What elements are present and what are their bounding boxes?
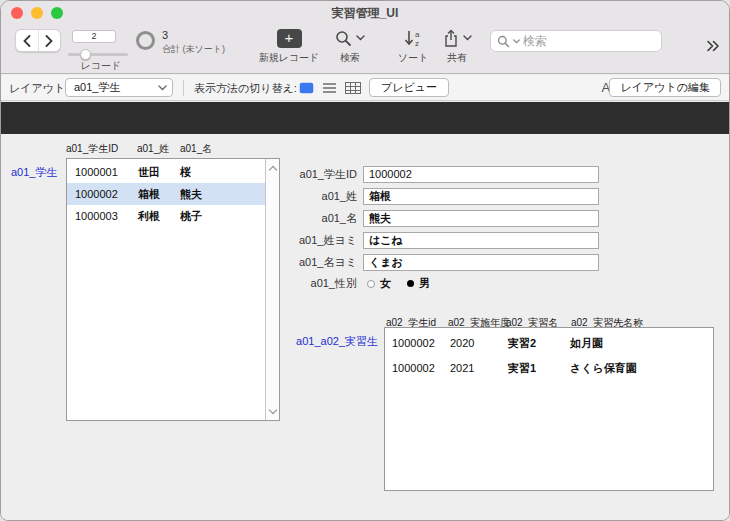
scroll-down-icon[interactable] — [266, 404, 279, 418]
record-slider-track — [68, 53, 128, 56]
window-title: 実習管理_UI — [1, 1, 729, 26]
magnifier-icon — [335, 30, 352, 47]
quick-search-input[interactable] — [523, 34, 655, 48]
layout-selector-value: a01_学生 — [74, 81, 120, 93]
find-button[interactable]: 検索 — [328, 28, 372, 65]
minimize-button[interactable] — [31, 7, 43, 19]
field-label: a01_性別 — [253, 275, 357, 292]
field-first-name-yomi[interactable]: くまお — [363, 254, 599, 271]
radio-female-label: 女 — [380, 276, 391, 291]
chevron-down-icon[interactable] — [356, 35, 365, 41]
found-label: 合計 (未ソート) — [162, 43, 225, 56]
chevron-down-icon[interactable] — [513, 39, 520, 44]
chevron-left-icon — [23, 35, 31, 47]
sort-button[interactable]: az ソート — [393, 28, 433, 65]
close-button[interactable] — [11, 7, 23, 19]
new-record-label: 新規レコード — [257, 51, 321, 65]
radio-selected-icon — [407, 280, 414, 287]
form-view-button[interactable] — [299, 82, 314, 94]
sort-label: ソート — [393, 51, 433, 65]
radio-male[interactable]: 男 — [407, 276, 430, 291]
share-label: 共有 — [436, 51, 478, 65]
training-student-id-cell: 1000002 — [392, 356, 435, 381]
toolbar-overflow-button[interactable] — [706, 38, 720, 56]
field-student-id[interactable]: 1000002 — [363, 166, 599, 183]
find-label: 検索 — [328, 51, 372, 65]
training-portal-rows: 1000002 2020 実習2 如月園 1000002 2021 実習1 さく… — [385, 331, 713, 381]
plus-icon: + — [277, 29, 302, 48]
status-toolbar: 2 3 合計 (未ソート) レコード + 新規レコード 検索 az — [1, 25, 729, 74]
previous-record-button[interactable] — [16, 30, 39, 51]
chevron-down-icon — [158, 85, 167, 91]
list-view-icon — [322, 82, 337, 94]
training-portal-label: a01_a02_実習生 — [286, 334, 378, 349]
training-site-cell: さくら保育園 — [570, 356, 637, 381]
column-header: a01_姓 — [137, 142, 169, 156]
field-value: くまお — [369, 256, 403, 268]
detail-row: a01_姓 箱根 — [1, 188, 729, 205]
new-record-button[interactable]: + 新規レコード — [257, 28, 321, 65]
found-set-pie-icon[interactable] — [136, 31, 155, 50]
training-year-cell: 2021 — [450, 356, 474, 381]
form-view-icon — [299, 82, 314, 94]
view-switch-group — [299, 75, 361, 101]
layout-header-band — [1, 102, 729, 134]
filemaker-window: 実習管理_UI 2 3 合計 (未ソート) レコード + 新規レコード — [0, 0, 730, 521]
share-icon — [443, 29, 459, 48]
field-label: a01_名 — [253, 210, 357, 227]
layout-body: a01_学生ID a01_姓 a01_名 a01_学生 1000001 世田 桜… — [1, 134, 729, 520]
training-portal: 1000002 2020 実習2 如月園 1000002 2021 実習1 さく… — [384, 327, 714, 491]
next-record-button[interactable] — [39, 30, 61, 51]
radio-female[interactable]: 女 — [367, 276, 391, 291]
field-label: a01_名ヨミ — [253, 254, 357, 271]
radio-unselected-icon — [367, 280, 375, 288]
column-header: a01_学生ID — [66, 142, 118, 156]
records-label: レコード — [41, 59, 161, 73]
detail-row: a01_名 熊夫 — [1, 210, 729, 227]
svg-text:a: a — [415, 30, 420, 39]
divider — [183, 80, 184, 96]
field-value: 1000002 — [369, 168, 412, 180]
training-name-cell: 実習2 — [508, 331, 536, 356]
field-last-name-yomi[interactable]: はこね — [363, 232, 599, 249]
record-slider-group: 2 — [68, 30, 128, 60]
training-student-id-cell: 1000002 — [392, 331, 435, 356]
field-value: 熊夫 — [369, 212, 391, 224]
fullscreen-button[interactable] — [51, 7, 63, 19]
chevron-right-icon — [45, 35, 53, 47]
field-first-name[interactable]: 熊夫 — [363, 210, 599, 227]
radio-male-label: 男 — [419, 276, 430, 291]
field-value: はこね — [369, 234, 403, 246]
gender-row: a01_性別 女 男 — [1, 275, 729, 292]
detail-row: a01_学生ID 1000002 — [1, 166, 729, 183]
svg-text:z: z — [415, 39, 419, 48]
table-view-button[interactable] — [345, 82, 361, 94]
field-label: a01_姓ヨミ — [253, 232, 357, 249]
gender-radio-group: 女 男 — [367, 275, 430, 292]
field-value: 箱根 — [369, 190, 391, 202]
training-year-cell: 2020 — [450, 331, 474, 356]
sort-icon: az — [402, 28, 424, 48]
double-chevron-right-icon — [706, 40, 720, 52]
field-label: a01_学生ID — [253, 166, 357, 183]
share-button[interactable]: 共有 — [436, 28, 478, 65]
training-row[interactable]: 1000002 2020 実習2 如月園 — [385, 331, 713, 356]
quick-search-field[interactable] — [490, 30, 662, 52]
edit-layout-button[interactable]: レイアウトの編集 — [609, 78, 721, 97]
preview-button[interactable]: プレビュー — [369, 78, 449, 97]
list-view-button[interactable] — [322, 82, 337, 94]
magnifier-icon — [497, 35, 510, 48]
training-site-cell: 如月園 — [570, 331, 603, 356]
titlebar: 実習管理_UI — [1, 1, 729, 25]
layout-selector[interactable]: a01_学生 — [65, 78, 173, 97]
layout-label: レイアウト: — [9, 75, 68, 101]
found-set-info: 3 合計 (未ソート) — [162, 29, 225, 56]
current-record-field[interactable]: 2 — [72, 30, 116, 43]
training-row[interactable]: 1000002 2021 実習1 さくら保育園 — [385, 356, 713, 381]
chevron-down-icon[interactable] — [463, 35, 472, 41]
column-header: a01_名 — [180, 142, 212, 156]
table-view-icon — [345, 82, 361, 94]
detail-row: a01_名ヨミ くまお — [1, 254, 729, 271]
field-last-name[interactable]: 箱根 — [363, 188, 599, 205]
field-label: a01_姓 — [253, 188, 357, 205]
